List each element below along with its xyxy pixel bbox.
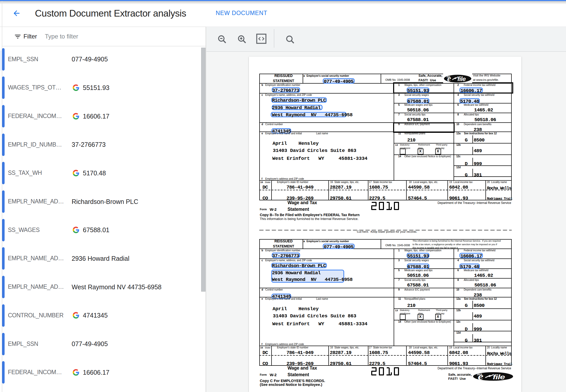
svg-text:file: file xyxy=(457,76,466,83)
svg-text:file: file xyxy=(493,373,505,381)
svg-text:e: e xyxy=(478,372,483,381)
svg-text:e: e xyxy=(447,75,451,83)
